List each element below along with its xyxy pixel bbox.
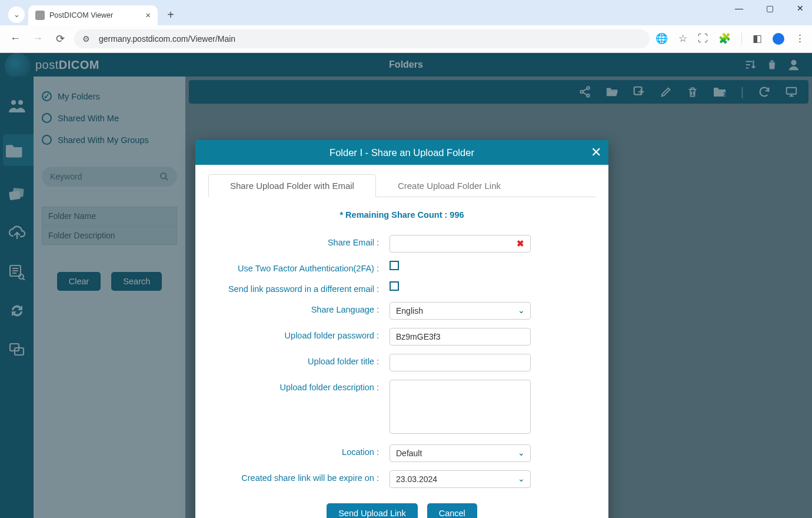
label-pwd-separate: Send link password in a different email …	[208, 281, 379, 294]
location-select[interactable]: Default	[390, 444, 531, 462]
address-bar[interactable]: ⚙ germany.postdicom.com/Viewer/Main	[74, 29, 650, 48]
modal-body: Share Upload Folder with Email Create Up…	[195, 165, 608, 518]
translate-icon[interactable]: 🌐	[655, 32, 668, 45]
close-icon[interactable]: ✕	[591, 145, 601, 160]
send-upload-link-button[interactable]: Send Upload Link	[327, 503, 417, 518]
tab-strip: ⌄ PostDICOM Viewer × + — ▢ ✕	[0, 0, 812, 25]
url-text: germany.postdicom.com/Viewer/Main	[99, 34, 235, 44]
close-window-button[interactable]: ✕	[792, 4, 808, 13]
label-2fa: Use Two Factor Authentication(2FA) :	[208, 261, 379, 273]
minimize-button[interactable]: —	[731, 4, 747, 13]
tab-create-link[interactable]: Create Upload Folder Link	[376, 174, 523, 197]
label-location: Location :	[208, 444, 379, 457]
chevron-down-icon: ⌄	[518, 474, 525, 483]
tab-title: PostDICOM Viewer	[49, 11, 113, 19]
upload-description-textarea[interactable]	[390, 380, 531, 434]
window-controls: — ▢ ✕	[731, 4, 808, 13]
browser-tab[interactable]: PostDICOM Viewer ×	[28, 5, 158, 25]
remaining-share-count: * Remaining Share Count : 996	[208, 210, 595, 220]
back-button[interactable]: ←	[7, 32, 24, 45]
label-share-language: Share Language :	[208, 302, 379, 314]
bookmark-icon[interactable]: ☆	[678, 32, 687, 45]
share-upload-modal: Folder I - Share an Upload Folder ✕ Shar…	[195, 140, 608, 518]
reload-button[interactable]: ⟳	[52, 32, 68, 45]
chevron-down-icon: ⌄	[518, 306, 525, 315]
chrome-menu-icon[interactable]: ⋮	[795, 32, 805, 45]
sidepanel-icon[interactable]: ◧	[753, 32, 762, 45]
modal-footer: Send Upload Link Cancel	[208, 494, 595, 518]
site-info-icon[interactable]: ⚙	[82, 34, 93, 44]
modal-tabs: Share Upload Folder with Email Create Up…	[208, 174, 595, 197]
forward-button[interactable]: →	[29, 32, 46, 45]
chrome-action-icons: 🌐 ☆ ⛶ 🧩 ◧ ⋮	[655, 32, 805, 45]
input-value: 23.03.2024	[396, 474, 437, 484]
select-value: Default	[396, 449, 422, 458]
extension-icon[interactable]: 🧩	[718, 32, 731, 45]
close-tab-icon[interactable]: ×	[145, 10, 151, 20]
tab-search-button[interactable]: ⌄	[8, 6, 25, 23]
two-factor-checkbox[interactable]	[390, 261, 399, 270]
modal-title: Folder I - Share an Upload Folder	[330, 147, 474, 158]
upload-title-input[interactable]	[390, 354, 531, 371]
tab-share-email[interactable]: Share Upload Folder with Email	[208, 174, 376, 197]
input-value: Bz9mGE3f3	[396, 332, 440, 341]
share-language-select[interactable]: English	[390, 302, 531, 320]
share-form: Share Email : ✖ Use Two Factor Authentic…	[208, 235, 595, 488]
address-row: ← → ⟳ ⚙ germany.postdicom.com/Viewer/Mai…	[0, 25, 812, 52]
maximize-button[interactable]: ▢	[761, 4, 778, 13]
pwd-separate-checkbox[interactable]	[390, 281, 399, 291]
divider	[741, 33, 742, 45]
upload-password-input[interactable]: Bz9mGE3f3	[390, 328, 531, 346]
label-share-email: Share Email :	[208, 235, 379, 247]
label-expire: Created share link will be expire on :	[208, 470, 379, 483]
app-root: postDICOM Folders	[0, 53, 812, 518]
modal-header: Folder I - Share an Upload Folder ✕	[195, 140, 608, 165]
profile-avatar[interactable]	[773, 33, 784, 45]
chevron-down-icon: ⌄	[518, 448, 525, 457]
share-email-input[interactable]: ✖	[390, 235, 531, 253]
new-tab-button[interactable]: +	[162, 8, 179, 22]
browser-chrome: ⌄ PostDICOM Viewer × + — ▢ ✕ ← → ⟳ ⚙ ger…	[0, 0, 812, 53]
cancel-button[interactable]: Cancel	[427, 503, 477, 518]
screen-icon[interactable]: ⛶	[698, 33, 708, 45]
label-upload-title: Upload folder title :	[208, 354, 379, 366]
error-x-icon: ✖	[517, 238, 524, 249]
label-upload-password: Upload folder password :	[208, 328, 379, 340]
select-value: English	[396, 306, 423, 316]
favicon	[35, 11, 45, 20]
expire-date-input[interactable]: 23.03.2024	[390, 470, 531, 488]
label-upload-description: Upload folder description :	[208, 380, 379, 392]
